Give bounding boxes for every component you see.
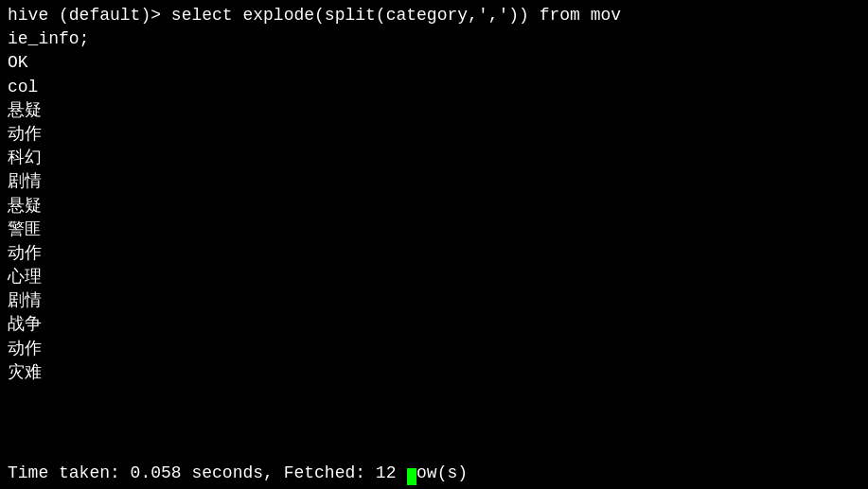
data-row-4: 悬疑 [8, 195, 860, 218]
data-row-11: 灾难 [8, 361, 860, 385]
status-line: Time taken: 0.058 seconds, Fetched: 12 r… [8, 462, 468, 485]
command-line-1: hive (default)> select explode(split(cat… [8, 4, 860, 27]
data-row-0: 悬疑 [8, 99, 860, 123]
data-row-7: 心理 [8, 266, 860, 289]
data-row-10: 动作 [8, 338, 860, 361]
data-row-8: 剧情 [8, 289, 860, 313]
data-row-2: 科幻 [8, 147, 860, 170]
terminal-cursor [407, 468, 416, 485]
col-header-line: col [8, 76, 860, 99]
ok-line: OK [8, 51, 860, 75]
data-row-3: 剧情 [8, 170, 860, 194]
terminal-window: hive (default)> select explode(split(cat… [0, 0, 868, 489]
data-row-9: 战争 [8, 313, 860, 337]
data-row-6: 动作 [8, 242, 860, 266]
data-row-5: 警匪 [8, 218, 860, 242]
data-row-1: 动作 [8, 123, 860, 147]
command-line-2: ie_info; [8, 27, 860, 51]
